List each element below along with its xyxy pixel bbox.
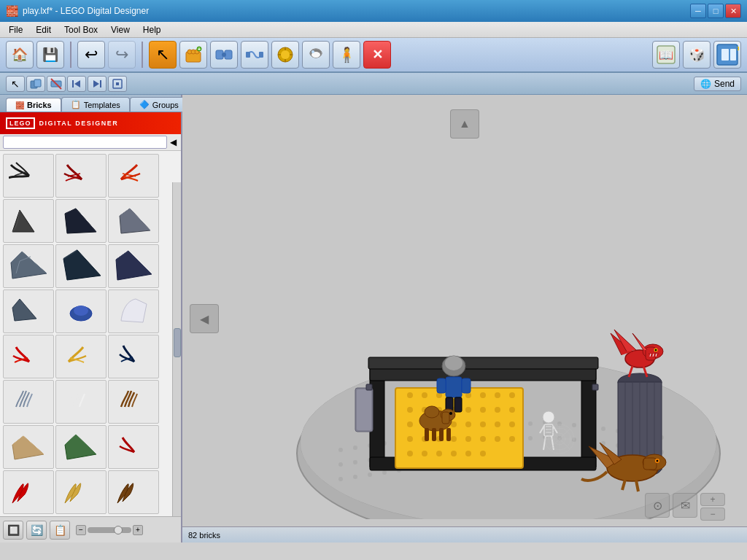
brick-item[interactable] xyxy=(3,380,54,424)
nav-pan-button[interactable]: ✉ xyxy=(673,493,697,518)
snap-button[interactable] xyxy=(108,76,127,92)
svg-point-113 xyxy=(509,392,515,398)
svg-marker-27 xyxy=(74,80,80,88)
panel-view2-button[interactable]: 🔄 xyxy=(26,521,47,540)
undo-button[interactable]: ↩ xyxy=(77,41,105,69)
title-bar: 🧱 play.lxf* - LEGO Digital Designer ─ □ … xyxy=(0,0,747,22)
brick-item[interactable] xyxy=(55,199,107,243)
brick-grid xyxy=(0,151,181,516)
panel-view3-button[interactable]: 📋 xyxy=(50,521,70,540)
scrollbar[interactable] xyxy=(172,182,181,516)
brick-item[interactable] xyxy=(3,244,54,288)
add-brick-button[interactable]: + xyxy=(179,41,207,69)
maximize-button[interactable]: □ xyxy=(708,4,724,18)
menu-view[interactable]: View xyxy=(105,23,136,36)
svg-rect-150 xyxy=(454,397,462,412)
send-button[interactable]: 🌐 Send xyxy=(694,77,741,91)
svg-rect-196 xyxy=(643,458,657,470)
step-back-button[interactable] xyxy=(67,76,86,92)
building-guide-button[interactable]: 📖 xyxy=(652,41,680,69)
svg-point-85 xyxy=(353,475,357,479)
nav-left-arrow[interactable]: ◀ xyxy=(190,304,219,333)
redo-button[interactable]: ↪ xyxy=(108,41,136,69)
home-button[interactable]: 🏠 xyxy=(6,41,34,69)
svg-rect-202 xyxy=(357,389,371,430)
flex-button[interactable] xyxy=(241,41,268,69)
select-button[interactable]: ↖ xyxy=(149,41,177,69)
brick-item[interactable] xyxy=(55,335,107,378)
brick-item[interactable] xyxy=(108,154,159,198)
zoom-thumb[interactable] xyxy=(114,526,123,534)
brick-item[interactable] xyxy=(55,425,107,469)
svg-rect-103 xyxy=(368,357,598,369)
view-info-button[interactable]: 1 xyxy=(713,41,741,69)
collapse-icon[interactable]: ◀ xyxy=(169,137,178,147)
minifig-button[interactable]: 🧍 xyxy=(333,41,360,69)
view-3d-button[interactable]: 🎲 xyxy=(683,41,711,69)
zoom-plus-button[interactable]: + xyxy=(133,525,143,535)
groups-tab-label: Groups xyxy=(152,101,179,109)
close-button[interactable]: ✕ xyxy=(725,4,741,18)
save-button[interactable]: 💾 xyxy=(36,41,64,69)
svg-point-8 xyxy=(222,52,226,57)
tab-bar: 🧱 Bricks 📋 Templates 🔷 Groups xyxy=(0,95,181,112)
brick-item[interactable] xyxy=(108,244,159,288)
decorate-button[interactable] xyxy=(271,41,299,69)
brick-item[interactable] xyxy=(3,199,54,243)
zoom-slider[interactable] xyxy=(88,527,131,533)
brick-item[interactable] xyxy=(3,425,54,469)
svg-rect-204 xyxy=(592,384,598,390)
menu-toolbox[interactable]: Tool Box xyxy=(58,23,104,36)
brick-item[interactable] xyxy=(108,289,159,333)
svg-point-145 xyxy=(445,356,462,370)
search-input[interactable] xyxy=(3,136,167,149)
brick-item[interactable] xyxy=(55,470,107,514)
nav-orbit-button[interactable]: ⊙ xyxy=(645,493,670,518)
menu-help[interactable]: Help xyxy=(137,23,167,36)
brick-item[interactable] xyxy=(55,289,107,333)
svg-point-141 xyxy=(451,451,457,456)
svg-point-12 xyxy=(281,50,290,59)
globe-icon: 🌐 xyxy=(700,79,711,89)
brick-item[interactable] xyxy=(3,470,54,514)
tab-templates[interactable]: 📋 Templates xyxy=(61,97,130,112)
menu-edit[interactable]: Edit xyxy=(30,23,57,36)
hide-button[interactable] xyxy=(47,76,66,92)
minimize-button[interactable]: ─ xyxy=(690,4,706,18)
select-mode-button[interactable]: ↖ xyxy=(6,76,25,92)
brick-item[interactable] xyxy=(108,199,159,243)
ldd-header: LEGO DIGITAL DESIGNER xyxy=(0,112,181,134)
svg-point-200 xyxy=(657,460,659,462)
brick-item[interactable] xyxy=(3,154,54,198)
svg-point-142 xyxy=(465,451,471,456)
brick-item[interactable] xyxy=(3,289,54,333)
clone-button[interactable] xyxy=(26,76,45,92)
paint-button[interactable] xyxy=(302,41,330,69)
hinge-button[interactable] xyxy=(210,41,238,69)
brick-item[interactable] xyxy=(108,425,159,469)
brick-item[interactable] xyxy=(108,335,159,378)
brick-item[interactable] xyxy=(55,244,107,288)
menu-file[interactable]: File xyxy=(3,23,28,36)
nav-zoom-in-button[interactable]: + xyxy=(700,493,725,506)
scrollbar-thumb[interactable] xyxy=(174,328,181,357)
tab-groups[interactable]: 🔷 Groups xyxy=(130,97,188,112)
brick-item[interactable] xyxy=(3,335,54,378)
zoom-minus-button[interactable]: − xyxy=(76,525,86,535)
svg-point-126 xyxy=(465,421,471,427)
step-forward-button[interactable] xyxy=(88,76,107,92)
brick-item[interactable] xyxy=(55,380,107,424)
brick-item[interactable] xyxy=(108,380,159,424)
panel-view1-button[interactable]: 🔲 xyxy=(3,521,23,540)
nav-up-arrow[interactable]: ▲ xyxy=(450,109,479,139)
app-icon: 🧱 xyxy=(6,5,18,17)
brick-item[interactable] xyxy=(108,470,159,514)
svg-rect-30 xyxy=(100,80,101,88)
svg-point-106 xyxy=(407,392,413,398)
templates-tab-icon: 📋 xyxy=(71,100,81,109)
tab-bricks[interactable]: 🧱 Bricks xyxy=(6,98,61,112)
svg-rect-155 xyxy=(425,428,429,441)
nav-zoom-out-button[interactable]: − xyxy=(700,508,725,521)
delete-button[interactable]: ✕ xyxy=(363,41,391,69)
brick-item[interactable] xyxy=(55,154,107,198)
